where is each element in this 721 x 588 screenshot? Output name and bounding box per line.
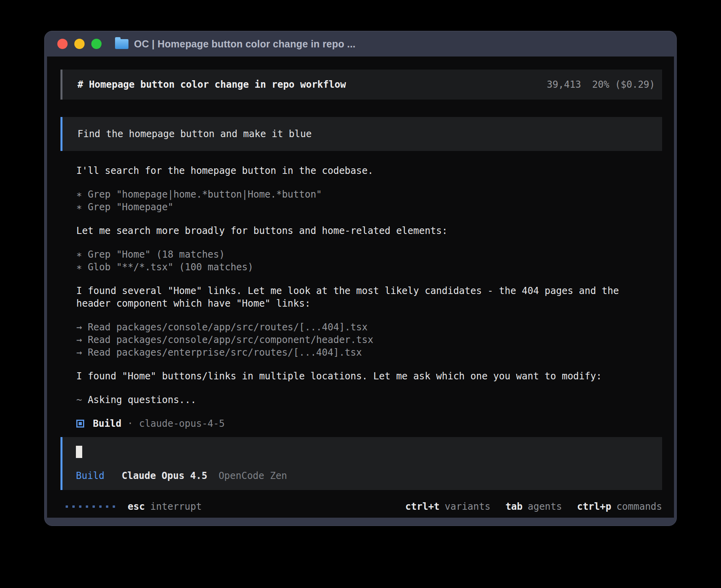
context-usage: 20% ($0.29) <box>592 78 655 91</box>
hint-variants: ctrl+tvariants <box>405 500 490 513</box>
tool-call-group: ∗ Grep "homepage|home.*button|Home.*butt… <box>76 188 662 213</box>
tool-call-grep: ∗ Grep "Homepage" <box>76 201 662 213</box>
tool-call-grep: ∗ Grep "Home" (18 matches) <box>76 248 662 261</box>
terminal-content: # Homepage button color change in repo w… <box>47 57 674 518</box>
tool-call-read: → Read packages/console/app/src/routes/[… <box>76 321 662 334</box>
token-count: 39,413 <box>547 78 581 91</box>
input-model-label[interactable]: Claude Opus 4.5 <box>122 470 208 481</box>
hint-agents: tabagents <box>506 500 562 513</box>
hint-commands: ctrl+pcommands <box>577 500 662 513</box>
input-agent-label[interactable]: Build <box>76 470 104 481</box>
status-line-asking: ~ Asking questions... <box>76 394 662 406</box>
agent-name: Build <box>93 417 121 430</box>
session-title: # Homepage button color change in repo w… <box>77 78 346 91</box>
spinner-dots <box>66 505 115 508</box>
tool-call-read: → Read packages/console/app/src/componen… <box>76 334 662 346</box>
input-meta: Build Claude Opus 4.5 OpenCode Zen <box>76 469 662 482</box>
assistant-response: I'll search for the homepage button in t… <box>60 164 662 430</box>
assistant-text: I found "Home" buttons/links in multiple… <box>76 370 662 383</box>
tool-call-read: → Read packages/enterprise/src/routes/[.… <box>76 346 662 359</box>
window-controls <box>57 39 102 49</box>
text-cursor <box>76 446 82 458</box>
tool-call-glob: ∗ Glob "**/*.tsx" (100 matches) <box>76 261 662 273</box>
input-provider-label: OpenCode Zen <box>219 470 287 481</box>
prompt-input[interactable]: Build Claude Opus 4.5 OpenCode Zen <box>60 437 662 490</box>
folder-icon <box>115 39 128 49</box>
keyboard-hints: ctrl+tvariants tabagents ctrl+pcommands <box>405 500 662 513</box>
tool-call-grep: ∗ Grep "homepage|home.*button|Home.*butt… <box>76 188 662 201</box>
esc-key-hint: esc <box>128 500 145 513</box>
user-message-text: Find the homepage button and make it blu… <box>77 128 311 140</box>
status-bar: esc interrupt ctrl+tvariants tabagents c… <box>60 500 662 513</box>
session-header: # Homepage button color change in repo w… <box>60 70 662 100</box>
agent-badge: Build · claude-opus-4-5 <box>76 417 662 430</box>
tilde-prefix: ~ <box>76 394 82 405</box>
assistant-text: I'll search for the homepage button in t… <box>76 164 662 177</box>
session-stats: 39,413 20% ($0.29) <box>547 78 655 91</box>
assistant-text: I found several "Home" links. Let me loo… <box>76 285 662 310</box>
esc-action-label: interrupt <box>150 500 202 513</box>
close-button[interactable] <box>57 39 68 49</box>
window-titlebar[interactable]: OC | Homepage button color change in rep… <box>47 31 674 57</box>
agent-model: claude-opus-4-5 <box>139 417 225 430</box>
tool-call-group: ∗ Grep "Home" (18 matches) ∗ Glob "**/*.… <box>76 248 662 273</box>
separator-dot: · <box>127 417 133 430</box>
assistant-text: Let me search more broadly for buttons a… <box>76 224 662 237</box>
minimize-button[interactable] <box>74 39 85 49</box>
active-agent-icon <box>76 420 84 428</box>
terminal-window: OC | Homepage button color change in rep… <box>44 31 677 526</box>
window-title: OC | Homepage button color change in rep… <box>134 38 355 50</box>
tool-call-group: → Read packages/console/app/src/routes/[… <box>76 321 662 359</box>
user-message: Find the homepage button and make it blu… <box>60 117 662 151</box>
fullscreen-button[interactable] <box>91 39 102 49</box>
